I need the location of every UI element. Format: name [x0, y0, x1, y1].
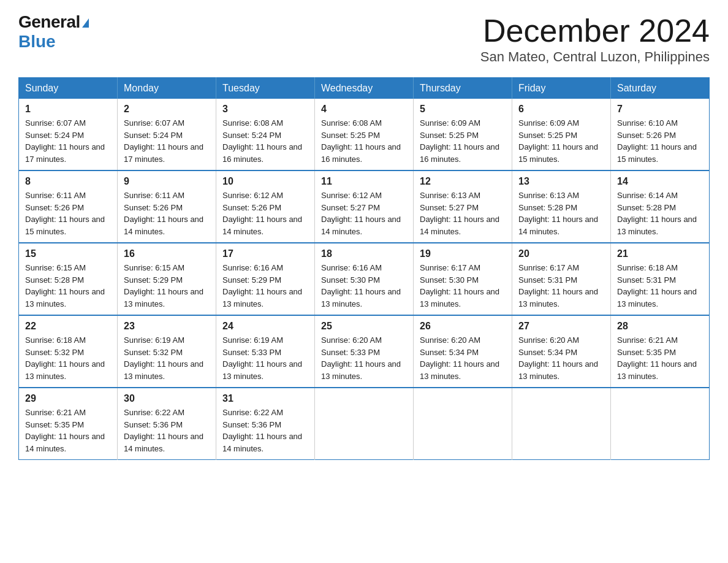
day-info: Sunrise: 6:07 AMSunset: 5:24 PMDaylight:… — [124, 118, 203, 164]
day-number: 24 — [222, 321, 308, 332]
header-monday: Monday — [118, 78, 216, 99]
day-info: Sunrise: 6:10 AMSunset: 5:26 PMDaylight:… — [617, 118, 697, 164]
table-row: 27 Sunrise: 6:20 AMSunset: 5:34 PMDaylig… — [512, 315, 611, 388]
table-row: 12 Sunrise: 6:13 AMSunset: 5:27 PMDaylig… — [414, 170, 512, 243]
table-row: 19 Sunrise: 6:17 AMSunset: 5:30 PMDaylig… — [414, 243, 512, 315]
logo-blue-text: Blue — [18, 32, 56, 51]
day-info: Sunrise: 6:13 AMSunset: 5:27 PMDaylight:… — [420, 191, 499, 236]
table-row: 17 Sunrise: 6:16 AMSunset: 5:29 PMDaylig… — [216, 243, 315, 315]
day-number: 11 — [321, 176, 407, 187]
day-number: 29 — [25, 393, 111, 404]
day-info: Sunrise: 6:20 AMSunset: 5:33 PMDaylight:… — [321, 335, 401, 381]
header-friday: Friday — [512, 78, 611, 99]
day-number: 12 — [420, 176, 506, 187]
calendar-week-row: 29 Sunrise: 6:21 AMSunset: 5:35 PMDaylig… — [19, 388, 710, 460]
day-info: Sunrise: 6:13 AMSunset: 5:28 PMDaylight:… — [518, 191, 598, 236]
table-row: 11 Sunrise: 6:12 AMSunset: 5:27 PMDaylig… — [315, 170, 414, 243]
table-row: 14 Sunrise: 6:14 AMSunset: 5:28 PMDaylig… — [611, 170, 710, 243]
day-number: 31 — [222, 393, 308, 404]
table-row: 4 Sunrise: 6:08 AMSunset: 5:25 PMDayligh… — [315, 99, 414, 170]
table-row: 10 Sunrise: 6:12 AMSunset: 5:26 PMDaylig… — [216, 170, 315, 243]
calendar-week-row: 22 Sunrise: 6:18 AMSunset: 5:32 PMDaylig… — [19, 315, 710, 388]
day-info: Sunrise: 6:22 AMSunset: 5:36 PMDaylight:… — [222, 408, 302, 453]
day-info: Sunrise: 6:08 AMSunset: 5:25 PMDaylight:… — [321, 118, 401, 164]
day-number: 1 — [25, 104, 111, 115]
day-number: 7 — [617, 104, 703, 115]
day-number: 8 — [25, 176, 111, 187]
day-info: Sunrise: 6:16 AMSunset: 5:30 PMDaylight:… — [321, 263, 401, 308]
day-number: 2 — [124, 104, 210, 115]
day-number: 14 — [617, 176, 703, 187]
day-number: 21 — [617, 248, 703, 259]
day-info: Sunrise: 6:11 AMSunset: 5:26 PMDaylight:… — [124, 191, 203, 236]
day-number: 26 — [420, 321, 506, 332]
table-row: 25 Sunrise: 6:20 AMSunset: 5:33 PMDaylig… — [315, 315, 414, 388]
table-row: 23 Sunrise: 6:19 AMSunset: 5:32 PMDaylig… — [118, 315, 216, 388]
table-row: 8 Sunrise: 6:11 AMSunset: 5:26 PMDayligh… — [19, 170, 118, 243]
title-section: December 2024 San Mateo, Central Luzon, … — [480, 12, 710, 65]
table-row: 22 Sunrise: 6:18 AMSunset: 5:32 PMDaylig… — [19, 315, 118, 388]
table-row: 6 Sunrise: 6:09 AMSunset: 5:25 PMDayligh… — [512, 99, 611, 170]
header-saturday: Saturday — [611, 78, 710, 99]
day-number: 25 — [321, 321, 407, 332]
logo: General Blue — [18, 12, 89, 52]
day-number: 15 — [25, 248, 111, 259]
calendar-table: Sunday Monday Tuesday Wednesday Thursday… — [18, 77, 710, 460]
calendar-header-row: Sunday Monday Tuesday Wednesday Thursday… — [19, 78, 710, 99]
table-row — [611, 388, 710, 460]
table-row: 21 Sunrise: 6:18 AMSunset: 5:31 PMDaylig… — [611, 243, 710, 315]
day-number: 17 — [222, 248, 308, 259]
day-number: 30 — [124, 393, 210, 404]
table-row: 26 Sunrise: 6:20 AMSunset: 5:34 PMDaylig… — [414, 315, 512, 388]
table-row: 18 Sunrise: 6:16 AMSunset: 5:30 PMDaylig… — [315, 243, 414, 315]
day-info: Sunrise: 6:20 AMSunset: 5:34 PMDaylight:… — [518, 335, 598, 381]
table-row: 16 Sunrise: 6:15 AMSunset: 5:29 PMDaylig… — [118, 243, 216, 315]
day-number: 18 — [321, 248, 407, 259]
table-row: 20 Sunrise: 6:17 AMSunset: 5:31 PMDaylig… — [512, 243, 611, 315]
table-row: 2 Sunrise: 6:07 AMSunset: 5:24 PMDayligh… — [118, 99, 216, 170]
day-info: Sunrise: 6:09 AMSunset: 5:25 PMDaylight:… — [518, 118, 598, 164]
header-sunday: Sunday — [19, 78, 118, 99]
page-header: General Blue December 2024 San Mateo, Ce… — [18, 12, 710, 65]
day-info: Sunrise: 6:12 AMSunset: 5:26 PMDaylight:… — [222, 191, 302, 236]
day-info: Sunrise: 6:11 AMSunset: 5:26 PMDaylight:… — [25, 191, 105, 236]
table-row — [512, 388, 611, 460]
day-info: Sunrise: 6:22 AMSunset: 5:36 PMDaylight:… — [124, 408, 203, 453]
table-row: 7 Sunrise: 6:10 AMSunset: 5:26 PMDayligh… — [611, 99, 710, 170]
logo-general-text: General — [18, 12, 89, 32]
day-number: 9 — [124, 176, 210, 187]
day-info: Sunrise: 6:18 AMSunset: 5:32 PMDaylight:… — [25, 335, 105, 381]
day-info: Sunrise: 6:08 AMSunset: 5:24 PMDaylight:… — [222, 118, 302, 164]
day-number: 3 — [222, 104, 308, 115]
day-info: Sunrise: 6:12 AMSunset: 5:27 PMDaylight:… — [321, 191, 401, 236]
day-info: Sunrise: 6:20 AMSunset: 5:34 PMDaylight:… — [420, 335, 499, 381]
table-row: 3 Sunrise: 6:08 AMSunset: 5:24 PMDayligh… — [216, 99, 315, 170]
day-number: 22 — [25, 321, 111, 332]
day-info: Sunrise: 6:09 AMSunset: 5:25 PMDaylight:… — [420, 118, 499, 164]
page-title: December 2024 — [480, 12, 710, 49]
table-row: 13 Sunrise: 6:13 AMSunset: 5:28 PMDaylig… — [512, 170, 611, 243]
table-row: 29 Sunrise: 6:21 AMSunset: 5:35 PMDaylig… — [19, 388, 118, 460]
header-tuesday: Tuesday — [216, 78, 315, 99]
day-number: 20 — [518, 248, 604, 259]
day-number: 5 — [420, 104, 506, 115]
table-row: 1 Sunrise: 6:07 AMSunset: 5:24 PMDayligh… — [19, 99, 118, 170]
day-info: Sunrise: 6:17 AMSunset: 5:30 PMDaylight:… — [420, 263, 499, 308]
day-info: Sunrise: 6:18 AMSunset: 5:31 PMDaylight:… — [617, 263, 697, 308]
table-row: 9 Sunrise: 6:11 AMSunset: 5:26 PMDayligh… — [118, 170, 216, 243]
table-row: 31 Sunrise: 6:22 AMSunset: 5:36 PMDaylig… — [216, 388, 315, 460]
table-row: 15 Sunrise: 6:15 AMSunset: 5:28 PMDaylig… — [19, 243, 118, 315]
page-subtitle: San Mateo, Central Luzon, Philippines — [480, 49, 710, 65]
day-number: 10 — [222, 176, 308, 187]
day-info: Sunrise: 6:19 AMSunset: 5:32 PMDaylight:… — [124, 335, 203, 381]
table-row — [414, 388, 512, 460]
calendar-week-row: 15 Sunrise: 6:15 AMSunset: 5:28 PMDaylig… — [19, 243, 710, 315]
day-info: Sunrise: 6:21 AMSunset: 5:35 PMDaylight:… — [25, 408, 105, 453]
day-number: 28 — [617, 321, 703, 332]
day-number: 6 — [518, 104, 604, 115]
day-info: Sunrise: 6:19 AMSunset: 5:33 PMDaylight:… — [222, 335, 302, 381]
day-number: 19 — [420, 248, 506, 259]
day-info: Sunrise: 6:15 AMSunset: 5:28 PMDaylight:… — [25, 263, 105, 308]
day-number: 4 — [321, 104, 407, 115]
day-info: Sunrise: 6:16 AMSunset: 5:29 PMDaylight:… — [222, 263, 302, 308]
